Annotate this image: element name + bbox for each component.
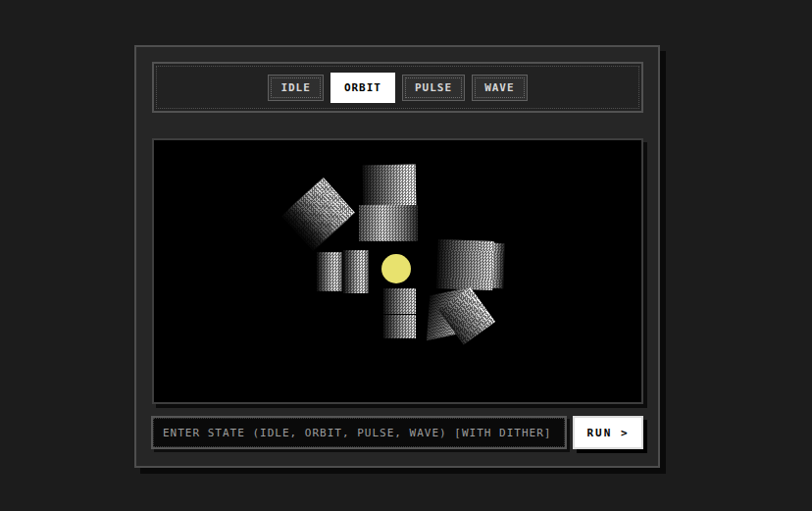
dither-scene-canvas bbox=[152, 138, 643, 404]
state-command-input[interactable] bbox=[151, 416, 567, 449]
tab-pulse[interactable]: PULSE bbox=[402, 75, 465, 101]
main-panel: IDLE ORBIT PULSE WAVE RUN > bbox=[134, 45, 660, 468]
tab-wave[interactable]: WAVE bbox=[472, 75, 528, 101]
dither-cube-top-upper bbox=[363, 165, 417, 208]
dither-cube-top-lower bbox=[359, 205, 418, 241]
dither-cube-left-face-b bbox=[343, 250, 369, 293]
tab-orbit[interactable]: ORBIT bbox=[330, 73, 395, 103]
dither-cube-right-front bbox=[436, 239, 494, 290]
dither-cube-right-side bbox=[492, 243, 505, 288]
tab-idle[interactable]: IDLE bbox=[268, 75, 324, 101]
center-orb bbox=[381, 254, 411, 283]
dither-cube-bottom-lower bbox=[383, 315, 416, 338]
dither-cube-left-face-a bbox=[317, 252, 342, 291]
dither-cube-bottom-upper bbox=[383, 288, 416, 314]
run-button[interactable]: RUN > bbox=[573, 416, 643, 449]
state-tabbar: IDLE ORBIT PULSE WAVE bbox=[152, 62, 643, 113]
